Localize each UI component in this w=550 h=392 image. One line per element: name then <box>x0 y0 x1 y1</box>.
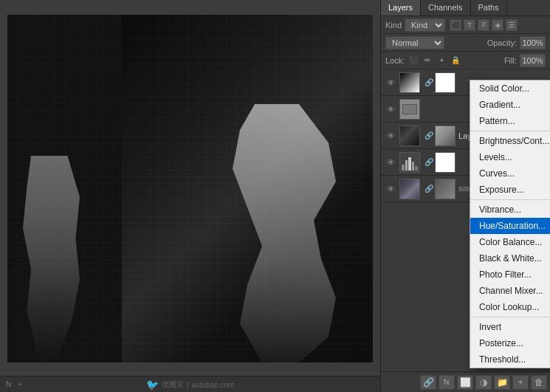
context-menu: Solid Color... Gradient... Pattern... Br… <box>470 80 550 368</box>
kind-icon-type[interactable]: ⧖ <box>478 19 489 31</box>
menu-item-invert[interactable]: Invert <box>470 319 550 335</box>
panel-btn-delete[interactable]: 🗑 <box>531 375 547 390</box>
tab-paths[interactable]: Paths <box>471 0 507 16</box>
canvas-main <box>122 15 373 362</box>
menu-item-brightness[interactable]: Brightness/Cont... <box>470 133 550 149</box>
menu-item-vibrance[interactable]: Vibrance... <box>470 202 550 218</box>
layer-mask-thumbnail <box>435 125 456 146</box>
menu-divider <box>470 199 550 200</box>
kind-icons: ⬛ T ⧖ ◈ ☰ <box>450 19 518 31</box>
lock-icons: ⬛ ✏ + 🔒 <box>408 55 461 66</box>
canvas-left-strip <box>7 15 122 362</box>
watermark-divider: | <box>187 381 189 389</box>
layer-visibility-icon[interactable]: 👁 <box>384 156 397 169</box>
app-container: fx + 🐦 优图宝 | autobao.com Layers Channels… <box>0 0 550 392</box>
menu-divider <box>470 317 550 317</box>
menu-item-black-white[interactable]: Black & White... <box>470 250 550 267</box>
kind-row: Kind Kind ⬛ T ⧖ ◈ ☰ <box>381 16 550 34</box>
menu-item-color-balance[interactable]: Color Balance... <box>470 234 550 250</box>
menu-item-levels[interactable]: Levels... <box>470 149 550 165</box>
menu-item-photo-filter[interactable]: Photo Filter... <box>470 267 550 283</box>
kind-icon-smart[interactable]: ☰ <box>506 19 518 31</box>
layer-visibility-icon[interactable]: 👁 <box>384 76 397 89</box>
lock-pixel-icon[interactable]: ⬛ <box>408 55 419 66</box>
canvas-info: fx + <box>6 380 22 388</box>
panel-btn-group[interactable]: 📁 <box>494 375 510 390</box>
panel-btn-new[interactable]: + <box>512 375 529 390</box>
panel-btn-fx[interactable]: fx <box>439 375 455 390</box>
panel-btn-adjustment[interactable]: ◑ <box>475 375 492 390</box>
menu-item-pattern[interactable]: Pattern... <box>470 113 550 129</box>
watermark-site: 优图宝 <box>162 379 184 390</box>
panel-bottom: 🔗 fx ⬜ ◑ 📁 + 🗑 <box>381 371 550 392</box>
kind-label: Kind <box>385 21 402 30</box>
layer-link-icon: 🔗 <box>424 78 433 86</box>
menu-item-hue-saturation[interactable]: Hue/Saturation... <box>470 218 550 234</box>
lock-move-icon[interactable]: + <box>436 55 447 66</box>
menu-item-exposure[interactable]: Exposure... <box>470 182 550 198</box>
lock-position-icon[interactable]: ✏ <box>422 55 433 66</box>
right-panel: Layers Channels Paths Kind Kind ⬛ T ⧖ ◈ … <box>380 0 550 392</box>
lock-row: Lock: ⬛ ✏ + 🔒 Fill: <box>381 52 550 69</box>
watermark: 🐦 优图宝 | autobao.com <box>146 379 234 391</box>
layer-visibility-icon[interactable]: 👁 <box>384 103 397 116</box>
menu-item-threshold[interactable]: Threshold... <box>470 351 550 368</box>
tab-layers[interactable]: Layers <box>381 0 421 16</box>
opacity-label: Opacity: <box>487 38 517 47</box>
menu-item-color-lookup[interactable]: Color Lookup... <box>470 299 550 315</box>
layer-thumbnail <box>399 179 420 199</box>
layer-link-icon: 🔗 <box>424 131 433 140</box>
layer-link-icon: 🔗 <box>424 185 433 193</box>
blend-row: Normal Opacity: <box>381 34 550 52</box>
kind-select[interactable]: Kind <box>405 18 445 32</box>
panel-btn-mask[interactable]: ⬜ <box>457 375 473 390</box>
lock-all-icon[interactable]: 🔒 <box>450 55 461 66</box>
menu-item-channel-mixer[interactable]: Channel Mixer... <box>470 283 550 299</box>
kind-icon-adjust[interactable]: T <box>464 19 475 31</box>
fill-label: Fill: <box>504 56 517 65</box>
canvas-bg <box>7 15 373 362</box>
kind-icon-shape[interactable]: ◈ <box>492 19 503 31</box>
opacity-input[interactable] <box>520 36 546 49</box>
layer-thumbnail <box>399 99 420 120</box>
layer-mask-thumbnail <box>435 72 456 93</box>
panel-tabs: Layers Channels Paths <box>381 0 550 16</box>
kind-icon-pixel[interactable]: ⬛ <box>450 19 461 31</box>
layer-visibility-icon[interactable]: 👁 <box>384 182 397 196</box>
layer-thumbnail <box>399 152 420 173</box>
menu-item-gradient[interactable]: Gradient... <box>470 97 550 113</box>
blend-mode-select[interactable]: Normal <box>385 36 444 49</box>
layer-visibility-icon[interactable]: 👁 <box>384 129 397 142</box>
tab-channels[interactable]: Channels <box>421 0 470 16</box>
layer-thumbnail <box>399 125 420 146</box>
watermark-url: autobao.com <box>191 381 234 389</box>
panel-btn-link[interactable]: 🔗 <box>420 375 436 390</box>
fill-input[interactable] <box>520 54 546 67</box>
menu-item-posterize[interactable]: Posterize... <box>470 335 550 351</box>
menu-item-solid-color[interactable]: Solid Color... <box>470 80 550 97</box>
canvas-area: fx + 🐦 优图宝 | autobao.com <box>0 0 380 392</box>
lock-label: Lock: <box>385 56 405 65</box>
layer-link-icon: 🔗 <box>424 158 433 166</box>
layer-mask-thumbnail <box>435 152 456 173</box>
menu-divider <box>470 131 550 131</box>
layer-thumbnail <box>399 72 420 93</box>
layer-mask-thumbnail <box>435 179 456 199</box>
watermark-bird-icon: 🐦 <box>146 379 159 391</box>
menu-item-curves[interactable]: Curves... <box>470 165 550 182</box>
